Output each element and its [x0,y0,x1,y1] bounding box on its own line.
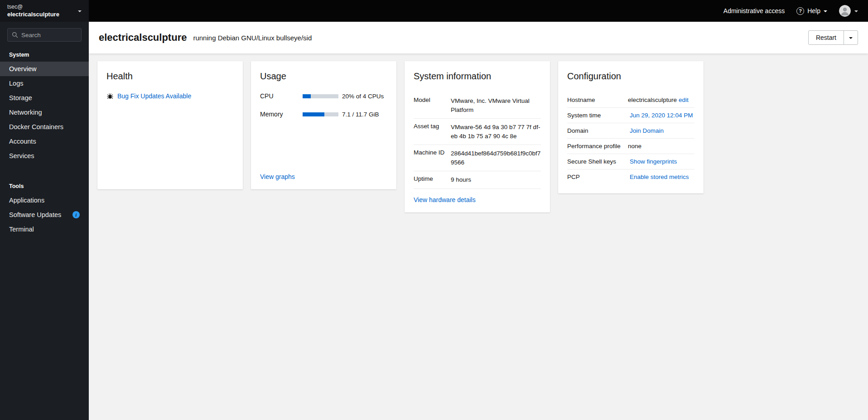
table-row: PCP Enable stored metrics [567,169,694,184]
host-switcher[interactable]: tsec@ electricalsculpture [0,0,89,22]
table-row: Performance profile none [567,139,694,154]
page-header: electricalsculpture running Debian GNU/L… [89,22,868,53]
session-menu[interactable] [839,5,858,17]
sidebar-item-label: Accounts [9,138,36,145]
row-label: Hostname [567,97,625,103]
bug-fix-updates-link[interactable]: Bug Fix Updates Available [117,92,191,100]
restart-split-button: Restart [808,30,858,45]
hostname-value: electricalsculpture [628,97,677,103]
row-label: Uptime [414,175,447,184]
sidebar-item-software-updates[interactable]: Software Updates i [0,208,89,222]
administrative-access-button[interactable]: Administrative access [723,7,785,14]
row-label: Secure Shell keys [567,158,625,165]
row-label: PCP [567,174,625,180]
table-row: Uptime 9 hours [414,171,541,189]
card-health: Health Bug Fix Updates Available [97,61,243,189]
sidebar-item-networking[interactable]: Networking [0,105,89,120]
row-value: Jun 29, 2020 12:04 PM [628,112,694,119]
table-row: Domain Join Domain [567,123,694,139]
card-title: Usage [260,71,387,82]
row-label: System time [567,112,625,119]
help-icon: ? [796,7,804,15]
sidebar-item-label: Storage [9,94,32,101]
row-label: Machine ID [414,149,447,167]
host-switcher-texts: tsec@ electricalsculpture [7,3,59,19]
sidebar: System Overview Logs Storage Networking … [0,22,89,420]
sidebar-item-applications[interactable]: Applications [0,193,89,208]
table-row: Model VMware, Inc. VMware Virtual Platfo… [414,92,541,119]
sidebar-item-label: Overview [9,65,36,72]
sidebar-item-label: Logs [9,80,23,87]
table-row: Secure Shell keys Show fingerprints [567,154,694,169]
edit-hostname-link[interactable]: edit [679,97,689,103]
sidebar-item-storage[interactable]: Storage [0,91,89,105]
restart-button[interactable]: Restart [809,31,844,44]
table-row: System time Jun 29, 2020 12:04 PM [567,108,694,123]
card-title: Configuration [567,71,694,82]
sidebar-item-services[interactable]: Services [0,149,89,163]
sidebar-item-label: Services [9,152,34,159]
sidebar-item-label: Software Updates [9,211,61,218]
table-row: Machine ID 2864d41bef864d759b681f9c0bf79… [414,145,541,171]
row-value: VMware-56 4d 9a 30 b7 77 7f df-eb 4b 1b … [451,123,541,140]
row-label: Domain [567,127,625,134]
nav-section-system: System [0,44,89,62]
memory-progress-bar [303,112,338,116]
view-hardware-details-link[interactable]: View hardware details [414,196,541,203]
show-fingerprints-link[interactable]: Show fingerprints [630,158,677,165]
row-value: none [628,143,694,150]
search-icon [12,32,18,38]
table-row: Asset tag VMware-56 4d 9a 30 b7 77 7f df… [414,119,541,145]
nav-section-tools: Tools [0,176,89,193]
card-usage: Usage CPU 20% of 4 CPUs Memory 7.1 / 11.… [251,61,396,189]
help-label: Help [807,7,820,14]
memory-label: Memory [260,111,299,118]
system-information-table: Model VMware, Inc. VMware Virtual Platfo… [414,92,541,189]
cpu-usage-row: CPU 20% of 4 CPUs [260,92,387,100]
row-label: Performance profile [567,143,625,150]
card-configuration: Configuration Hostname electricalsculptu… [558,61,704,193]
help-menu[interactable]: ? Help [796,7,827,15]
enable-stored-metrics-link[interactable]: Enable stored metrics [630,174,689,180]
sidebar-item-logs[interactable]: Logs [0,76,89,91]
card-title: Health [106,71,234,82]
chevron-down-icon [854,10,858,12]
sidebar-item-terminal[interactable]: Terminal [0,222,89,237]
cpu-progress-bar [303,94,338,98]
row-value: 2864d41bef864d759b681f9c0bf79566 [451,149,541,167]
system-time-link[interactable]: Jun 29, 2020 12:04 PM [630,112,693,119]
view-graphs-link[interactable]: View graphs [260,173,387,180]
masthead-actions: Administrative access ? Help [723,5,858,17]
main-content: Health Bug Fix Updates Available [89,53,868,420]
row-value: Enable stored metrics [628,174,694,180]
host-switcher-user: tsec@ [7,3,59,10]
row-value: Join Domain [628,127,694,134]
row-label: Asset tag [414,123,447,140]
sidebar-item-docker-containers[interactable]: Docker Containers [0,120,89,134]
card-title: System information [414,71,541,82]
sidebar-item-label: Terminal [9,226,34,233]
sidebar-search [7,28,82,42]
sidebar-item-label: Docker Containers [9,123,63,130]
search-input[interactable] [21,32,76,39]
join-domain-link[interactable]: Join Domain [630,127,664,134]
memory-usage-row: Memory 7.1 / 11.7 GiB [260,111,387,118]
table-row: Hostname electricalsculptureedit [567,92,694,108]
sidebar-item-accounts[interactable]: Accounts [0,134,89,149]
cpu-label: CPU [260,92,299,100]
memory-value: 7.1 / 11.7 GiB [342,111,387,118]
row-value: Show fingerprints [628,158,694,165]
restart-dropdown-toggle[interactable] [844,31,858,44]
cpu-value: 20% of 4 CPUs [342,93,387,100]
info-icon: i [72,211,80,218]
row-label: Model [414,97,447,114]
os-description: running Debian GNU/Linux bullseye/sid [193,34,312,42]
bug-icon [106,92,114,100]
avatar [839,5,851,17]
masthead: Administrative access ? Help [89,0,868,22]
sidebar-item-overview[interactable]: Overview [0,62,89,76]
card-system-information: System information Model VMware, Inc. VM… [405,61,550,212]
performance-profile-value: none [628,143,641,150]
sidebar-item-label: Applications [9,197,44,204]
host-switcher-hostname: electricalsculpture [7,10,59,19]
